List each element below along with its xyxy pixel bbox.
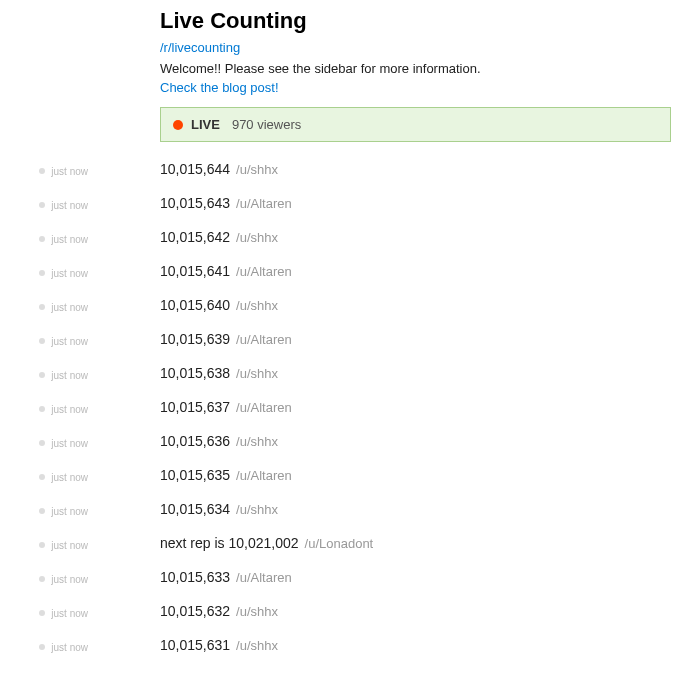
content-cell: 10,015,637/u/Altaren (160, 392, 691, 426)
timestamp-text: just now (51, 608, 88, 619)
user-link[interactable]: /u/shhx (236, 230, 278, 245)
timestamp-text: just now (51, 268, 88, 279)
content-cell: 10,015,635/u/Altaren (160, 460, 691, 494)
timestamp-text: just now (51, 472, 88, 483)
timestamp-text: just now (51, 336, 88, 347)
entry-text: 10,015,634 (160, 501, 230, 517)
user-link[interactable]: /u/Altaren (236, 264, 292, 279)
content-cell: 10,015,639/u/Altaren (160, 324, 691, 358)
bullet-icon (39, 474, 45, 480)
bullet-icon (39, 236, 45, 242)
timestamp-text: just now (51, 506, 88, 517)
entry-row: just now10,015,634/u/shhx (0, 494, 691, 528)
content-cell: 10,015,636/u/shhx (160, 426, 691, 460)
timestamp-text: just now (51, 370, 88, 381)
timestamp-cell: just now (0, 392, 160, 426)
live-dot-icon (173, 120, 183, 130)
content-cell: 10,015,642/u/shhx (160, 222, 691, 256)
entry-row: just now10,015,641/u/Altaren (0, 256, 691, 290)
entry-text: 10,015,643 (160, 195, 230, 211)
bullet-icon (39, 304, 45, 310)
live-label: LIVE (191, 117, 220, 132)
content-cell: next rep is 10,021,002/u/Lonadont (160, 528, 691, 562)
content-cell: 10,015,631/u/shhx (160, 630, 691, 664)
bullet-icon (39, 372, 45, 378)
entry-text: 10,015,642 (160, 229, 230, 245)
user-link[interactable]: /u/shhx (236, 638, 278, 653)
timestamp-text: just now (51, 166, 88, 177)
bullet-icon (39, 270, 45, 276)
entry-text: 10,015,640 (160, 297, 230, 313)
blog-link[interactable]: Check the blog post! (160, 80, 279, 95)
entry-text: 10,015,632 (160, 603, 230, 619)
entries-list: just now10,015,644/u/shhxjust now10,015,… (0, 154, 691, 664)
live-banner: LIVE 970 viewers (160, 107, 671, 142)
user-link[interactable]: /u/shhx (236, 366, 278, 381)
bullet-icon (39, 644, 45, 650)
entry-row: just now10,015,644/u/shhx (0, 154, 691, 188)
timestamp-cell: just now (0, 494, 160, 528)
user-link[interactable]: /u/Altaren (236, 468, 292, 483)
right-column: Live Counting /r/livecounting Welcome!! … (160, 8, 691, 154)
page-title: Live Counting (160, 8, 671, 34)
subreddit-link[interactable]: /r/livecounting (160, 40, 240, 55)
timestamp-text: just now (51, 642, 88, 653)
content-cell: 10,015,632/u/shhx (160, 596, 691, 630)
timestamp-text: just now (51, 200, 88, 211)
user-link[interactable]: /u/Altaren (236, 196, 292, 211)
user-link[interactable]: /u/Altaren (236, 400, 292, 415)
entry-text: 10,015,631 (160, 637, 230, 653)
entry-row: just now10,015,638/u/shhx (0, 358, 691, 392)
entry-row: just now10,015,639/u/Altaren (0, 324, 691, 358)
bullet-icon (39, 576, 45, 582)
user-link[interactable]: /u/shhx (236, 162, 278, 177)
user-link[interactable]: /u/shhx (236, 434, 278, 449)
timestamp-cell: just now (0, 596, 160, 630)
bullet-icon (39, 406, 45, 412)
timestamp-cell: just now (0, 256, 160, 290)
content-cell: 10,015,640/u/shhx (160, 290, 691, 324)
timestamp-cell: just now (0, 324, 160, 358)
entry-text: 10,015,641 (160, 263, 230, 279)
entry-text: 10,015,635 (160, 467, 230, 483)
left-column (0, 8, 160, 154)
entry-text: 10,015,639 (160, 331, 230, 347)
bullet-icon (39, 440, 45, 446)
timestamp-cell: just now (0, 358, 160, 392)
content-cell: 10,015,641/u/Altaren (160, 256, 691, 290)
user-link[interactable]: /u/Altaren (236, 332, 292, 347)
content-cell: 10,015,633/u/Altaren (160, 562, 691, 596)
entry-row: just now10,015,636/u/shhx (0, 426, 691, 460)
content-cell: 10,015,644/u/shhx (160, 154, 691, 188)
timestamp-cell: just now (0, 222, 160, 256)
user-link[interactable]: /u/shhx (236, 604, 278, 619)
content-cell: 10,015,638/u/shhx (160, 358, 691, 392)
entry-row: just now10,015,635/u/Altaren (0, 460, 691, 494)
entry-row: just now10,015,640/u/shhx (0, 290, 691, 324)
bullet-icon (39, 202, 45, 208)
user-link[interactable]: /u/Altaren (236, 570, 292, 585)
timestamp-cell: just now (0, 188, 160, 222)
timestamp-cell: just now (0, 426, 160, 460)
timestamp-text: just now (51, 574, 88, 585)
entry-text: next rep is 10,021,002 (160, 535, 299, 551)
entry-row: just now10,015,631/u/shhx (0, 630, 691, 664)
page-container: Live Counting /r/livecounting Welcome!! … (0, 0, 691, 154)
bullet-icon (39, 610, 45, 616)
user-link[interactable]: /u/shhx (236, 298, 278, 313)
timestamp-cell: just now (0, 460, 160, 494)
entry-text: 10,015,636 (160, 433, 230, 449)
bullet-icon (39, 168, 45, 174)
entry-row: just nownext rep is 10,021,002/u/Lonadon… (0, 528, 691, 562)
timestamp-text: just now (51, 234, 88, 245)
user-link[interactable]: /u/Lonadont (305, 536, 374, 551)
bullet-icon (39, 508, 45, 514)
bullet-icon (39, 338, 45, 344)
welcome-text: Welcome!! Please see the sidebar for mor… (160, 61, 671, 76)
user-link[interactable]: /u/shhx (236, 502, 278, 517)
timestamp-cell: just now (0, 562, 160, 596)
entry-text: 10,015,638 (160, 365, 230, 381)
entry-text: 10,015,637 (160, 399, 230, 415)
content-cell: 10,015,634/u/shhx (160, 494, 691, 528)
timestamp-cell: just now (0, 154, 160, 188)
